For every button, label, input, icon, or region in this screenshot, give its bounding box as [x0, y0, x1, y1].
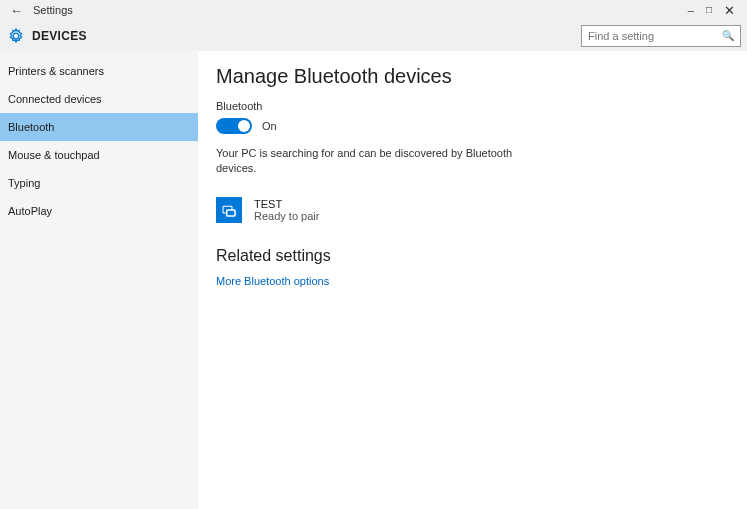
- titlebar: ← Settings – □ ✕: [0, 0, 747, 20]
- sidebar: Printers & scanners Connected devices Bl…: [0, 51, 198, 509]
- device-icon: [216, 197, 242, 223]
- sidebar-item-label: Mouse & touchpad: [8, 149, 100, 161]
- window-title: Settings: [33, 4, 73, 16]
- toggle-knob: [238, 120, 250, 132]
- back-button[interactable]: ←: [10, 3, 23, 18]
- gear-icon: [8, 28, 24, 44]
- svg-rect-1: [227, 210, 235, 216]
- sidebar-item-printers[interactable]: Printers & scanners: [0, 57, 198, 85]
- status-text: Your PC is searching for and can be disc…: [216, 146, 536, 177]
- bluetooth-toggle[interactable]: [216, 118, 252, 134]
- close-button[interactable]: ✕: [724, 4, 735, 17]
- device-name: TEST: [254, 198, 319, 210]
- sidebar-item-typing[interactable]: Typing: [0, 169, 198, 197]
- sidebar-item-bluetooth[interactable]: Bluetooth: [0, 113, 198, 141]
- window-controls: – □ ✕: [688, 4, 741, 17]
- search-icon: 🔍: [722, 30, 734, 41]
- category-title: DEVICES: [32, 29, 87, 43]
- sidebar-item-autoplay[interactable]: AutoPlay: [0, 197, 198, 225]
- sidebar-item-label: Connected devices: [8, 93, 102, 105]
- device-status: Ready to pair: [254, 210, 319, 222]
- device-item[interactable]: TEST Ready to pair: [216, 197, 729, 223]
- main-panel: Manage Bluetooth devices Bluetooth On Yo…: [198, 51, 747, 509]
- related-settings-title: Related settings: [216, 247, 729, 265]
- sidebar-item-label: Printers & scanners: [8, 65, 104, 77]
- sidebar-item-label: Bluetooth: [8, 121, 54, 133]
- sidebar-item-connected-devices[interactable]: Connected devices: [0, 85, 198, 113]
- toggle-state-label: On: [262, 120, 277, 132]
- sidebar-item-label: Typing: [8, 177, 40, 189]
- header: DEVICES 🔍: [0, 20, 747, 51]
- minimize-button[interactable]: –: [688, 5, 694, 16]
- sidebar-item-mouse-touchpad[interactable]: Mouse & touchpad: [0, 141, 198, 169]
- page-title: Manage Bluetooth devices: [216, 65, 729, 88]
- device-info: TEST Ready to pair: [254, 198, 319, 222]
- search-input[interactable]: [588, 30, 718, 42]
- sidebar-item-label: AutoPlay: [8, 205, 52, 217]
- more-bluetooth-options-link[interactable]: More Bluetooth options: [216, 275, 729, 287]
- search-box[interactable]: 🔍: [581, 25, 741, 47]
- toggle-label: Bluetooth: [216, 100, 729, 112]
- maximize-button[interactable]: □: [706, 5, 712, 15]
